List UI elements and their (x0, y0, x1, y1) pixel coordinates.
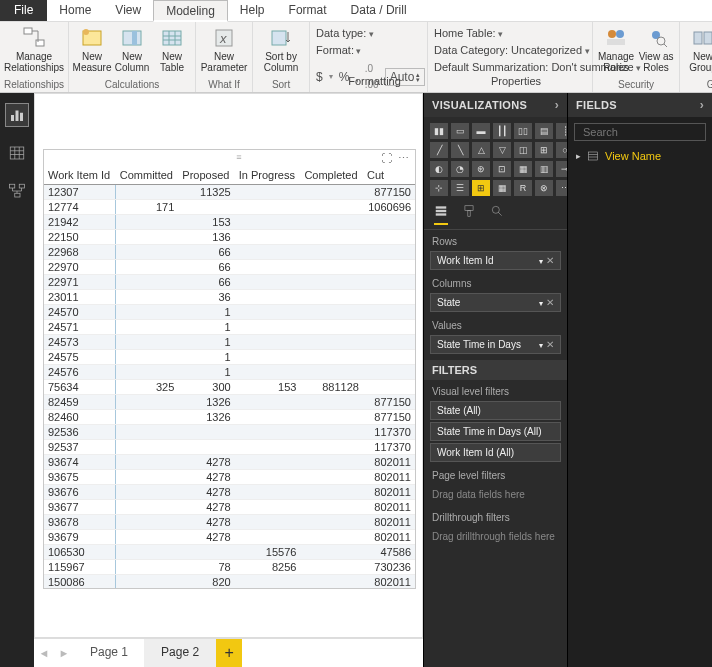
visual-type-item[interactable]: ◔ (451, 161, 469, 177)
fields-search[interactable] (574, 123, 706, 141)
page-tab-2[interactable]: Page 2 (145, 639, 216, 667)
table-row[interactable]: 2297166 (44, 275, 415, 290)
table-row[interactable]: 2296866 (44, 245, 415, 260)
remove-icon[interactable]: ✕ (546, 339, 554, 350)
rows-field-chip[interactable]: Work Item Id▾ ✕ (430, 251, 561, 270)
visual-type-item[interactable]: ⊞ (472, 180, 490, 196)
format-well-tab[interactable] (462, 204, 476, 225)
menu-help[interactable]: Help (228, 0, 277, 21)
data-type-dropdown[interactable]: Data type: (316, 25, 374, 42)
table-row[interactable]: 936744278802011 (44, 455, 415, 470)
visual-type-item[interactable]: ▬ (472, 123, 490, 139)
menu-file[interactable]: File (0, 0, 47, 21)
table-row[interactable]: 115967788256730236 (44, 560, 415, 575)
table-row[interactable]: 2297066 (44, 260, 415, 275)
visual-type-item[interactable]: ▭ (451, 123, 469, 139)
page-next-button[interactable]: ► (54, 639, 74, 667)
visual-type-item[interactable]: ▥ (535, 161, 553, 177)
table-row[interactable]: 92537117370 (44, 440, 415, 455)
table-row[interactable]: 75634325300153881128 (44, 380, 415, 395)
menu-format[interactable]: Format (277, 0, 339, 21)
fields-header[interactable]: FIELDS› (568, 93, 712, 117)
visual-type-item[interactable]: ◫ (514, 142, 532, 158)
filter-state-time[interactable]: State Time in Days (All) (430, 422, 561, 441)
table-row[interactable]: 936764278802011 (44, 485, 415, 500)
visual-type-item[interactable]: ⊹ (430, 180, 448, 196)
table-row[interactable]: 245731 (44, 335, 415, 350)
visual-type-item[interactable]: ┊ (556, 123, 567, 139)
table-row[interactable]: 22150136 (44, 230, 415, 245)
report-canvas[interactable]: ≡ ⛶ ⋯ Work Item IdCommittedProposedIn Pr… (34, 93, 423, 638)
table-row[interactable]: 936794278802011 (44, 530, 415, 545)
matrix-visual[interactable]: ≡ ⛶ ⋯ Work Item IdCommittedProposedIn Pr… (43, 149, 416, 589)
filter-state[interactable]: State (All) (430, 401, 561, 420)
fields-well-tab[interactable] (434, 204, 448, 225)
new-parameter-button[interactable]: xNew Parameter (200, 24, 248, 73)
visual-type-item[interactable]: ⊡ (493, 161, 511, 177)
menu-datadrill[interactable]: Data / Drill (339, 0, 419, 21)
visual-type-item[interactable]: ⊞ (535, 142, 553, 158)
table-row[interactable]: 21942153 (44, 215, 415, 230)
fields-table-item[interactable]: ▸ View Name (568, 147, 712, 165)
visual-type-item[interactable]: ▯▯ (514, 123, 532, 139)
table-row[interactable]: 936774278802011 (44, 500, 415, 515)
visual-type-item[interactable]: ⋯ (556, 180, 567, 196)
table-row[interactable]: 245761 (44, 365, 415, 380)
visual-type-item[interactable]: ☰ (451, 180, 469, 196)
table-row[interactable]: 936754278802011 (44, 470, 415, 485)
visual-type-item[interactable]: ▦ (493, 180, 511, 196)
columns-field-chip[interactable]: State▾ ✕ (430, 293, 561, 312)
table-row[interactable]: 245701 (44, 305, 415, 320)
report-view-button[interactable] (5, 103, 29, 127)
table-row[interactable]: 245751 (44, 350, 415, 365)
table-row[interactable]: 127741711060696 (44, 200, 415, 215)
focus-mode-icon[interactable]: ⛶ (381, 152, 392, 164)
new-group-button[interactable]: New Group (684, 24, 712, 73)
new-measure-button[interactable]: New Measure (73, 24, 111, 73)
visual-type-item[interactable]: ╱ (430, 142, 448, 158)
table-row[interactable]: 824591326877150 (44, 395, 415, 410)
manage-relationships-button[interactable]: Manage Relationships (10, 24, 58, 73)
drag-handle-icon[interactable]: ≡ (230, 152, 250, 158)
search-input[interactable] (583, 126, 712, 138)
visual-type-item[interactable]: ┃┃ (493, 123, 511, 139)
visual-type-item[interactable]: R (514, 180, 532, 196)
page-prev-button[interactable]: ◄ (34, 639, 54, 667)
visual-type-item[interactable]: ⊛ (472, 161, 490, 177)
manage-roles-button[interactable]: Manage Roles (597, 24, 635, 73)
visual-type-item[interactable]: ╲ (451, 142, 469, 158)
visual-type-item[interactable]: ▮▮ (430, 123, 448, 139)
column-header[interactable]: Committed (116, 166, 179, 185)
menu-home[interactable]: Home (47, 0, 103, 21)
analytics-well-tab[interactable] (490, 204, 504, 225)
page-tab-1[interactable]: Page 1 (74, 639, 145, 667)
data-view-button[interactable] (5, 141, 29, 165)
visual-type-item[interactable]: ◐ (430, 161, 448, 177)
filter-work-item[interactable]: Work Item Id (All) (430, 443, 561, 462)
menu-view[interactable]: View (103, 0, 153, 21)
column-header[interactable]: In Progress (235, 166, 301, 185)
column-header[interactable]: Work Item Id (44, 166, 116, 185)
more-options-icon[interactable]: ⋯ (398, 152, 409, 165)
visual-type-item[interactable]: ▤ (535, 123, 553, 139)
home-table-dropdown[interactable]: Home Table: (434, 25, 503, 42)
visual-type-item[interactable]: ⊗ (535, 180, 553, 196)
table-row[interactable]: 824601326877150 (44, 410, 415, 425)
table-row[interactable]: 936784278802011 (44, 515, 415, 530)
visual-type-item[interactable]: ○ (556, 142, 567, 158)
table-row[interactable]: 245711 (44, 320, 415, 335)
view-as-roles-button[interactable]: View as Roles (637, 24, 675, 73)
menu-modeling[interactable]: Modeling (153, 0, 228, 22)
table-row[interactable]: 2301136 (44, 290, 415, 305)
format-dropdown[interactable]: Format: (316, 42, 361, 59)
values-field-chip[interactable]: State Time in Days▾ ✕ (430, 335, 561, 354)
remove-icon[interactable]: ✕ (546, 255, 554, 266)
add-page-button[interactable]: + (216, 639, 242, 667)
visualizations-header[interactable]: VISUALIZATIONS› (424, 93, 567, 117)
table-row[interactable]: 1230711325877150 (44, 185, 415, 200)
new-table-button[interactable]: New Table (153, 24, 191, 73)
table-row[interactable]: 92536117370 (44, 425, 415, 440)
visual-type-item[interactable]: ⊸ (556, 161, 567, 177)
data-category-dropdown[interactable]: Data Category: Uncategorized (434, 42, 589, 59)
column-header[interactable]: Completed (300, 166, 363, 185)
